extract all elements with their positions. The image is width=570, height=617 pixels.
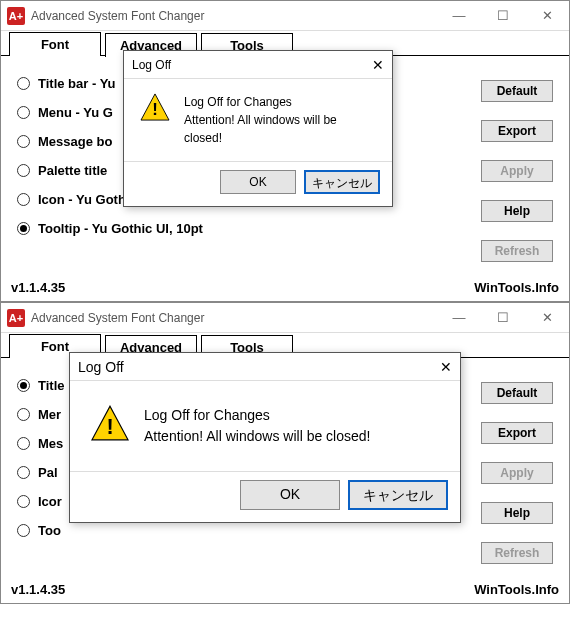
- site-label[interactable]: WinTools.Info: [474, 280, 559, 295]
- option-label: Mer: [38, 407, 61, 422]
- radio-icon: [17, 222, 30, 235]
- ok-button[interactable]: OK: [240, 480, 340, 510]
- help-button[interactable]: Help: [481, 200, 553, 222]
- option-label: Message bo: [38, 134, 112, 149]
- option-label: Too: [38, 523, 61, 538]
- option-tooltip[interactable]: Too: [17, 523, 481, 538]
- dialog-message: Log Off for Changes Attention! All windo…: [144, 405, 370, 447]
- refresh-button: Refresh: [481, 542, 553, 564]
- warning-icon: !: [90, 405, 130, 441]
- ok-button[interactable]: OK: [220, 170, 296, 194]
- site-label[interactable]: WinTools.Info: [474, 582, 559, 597]
- option-label: Title bar - Yu: [38, 76, 116, 91]
- tab-font[interactable]: Font: [9, 32, 101, 56]
- dialog-titlebar[interactable]: Log Off ✕: [70, 353, 460, 381]
- titlebar[interactable]: A+ Advanced System Font Changer — ☐ ✕: [1, 303, 569, 333]
- export-button[interactable]: Export: [481, 422, 553, 444]
- option-label: Title: [38, 378, 65, 393]
- option-label: Icor: [38, 494, 62, 509]
- logoff-dialog: Log Off ✕ ! Log Off for Changes Attentio…: [69, 352, 461, 523]
- window-title: Advanced System Font Changer: [31, 311, 437, 325]
- side-buttons: Default Export Apply Help Refresh: [481, 76, 553, 274]
- option-label: Tooltip - Yu Gothic UI, 10pt: [38, 221, 203, 236]
- option-label: Menu - Yu G: [38, 105, 113, 120]
- side-buttons: Default Export Apply Help Refresh: [481, 378, 553, 576]
- window-title: Advanced System Font Changer: [31, 9, 437, 23]
- default-button[interactable]: Default: [481, 382, 553, 404]
- help-button[interactable]: Help: [481, 502, 553, 524]
- logoff-dialog: Log Off ✕ ! Log Off for Changes Attentio…: [123, 50, 393, 207]
- option-label: Mes: [38, 436, 63, 451]
- minimize-button[interactable]: —: [437, 1, 481, 31]
- radio-icon: [17, 77, 30, 90]
- dialog-line1: Log Off for Changes: [184, 93, 376, 111]
- radio-icon: [17, 193, 30, 206]
- svg-text:!: !: [152, 100, 158, 119]
- dialog-line2: Attention! All windows will be closed!: [144, 426, 370, 447]
- radio-icon: [17, 495, 30, 508]
- svg-text:!: !: [106, 414, 113, 439]
- dialog-title: Log Off: [78, 359, 440, 375]
- version-label: v1.1.4.35: [11, 280, 65, 295]
- app-icon: A+: [7, 7, 25, 25]
- option-label: Palette title: [38, 163, 107, 178]
- app-window-top: A+ Advanced System Font Changer — ☐ ✕ Fo…: [0, 0, 570, 302]
- close-button[interactable]: ✕: [525, 1, 569, 31]
- titlebar[interactable]: A+ Advanced System Font Changer — ☐ ✕: [1, 1, 569, 31]
- radio-icon: [17, 437, 30, 450]
- radio-icon: [17, 524, 30, 537]
- dialog-title: Log Off: [132, 58, 372, 72]
- radio-icon: [17, 466, 30, 479]
- minimize-button[interactable]: —: [437, 303, 481, 333]
- close-button[interactable]: ✕: [525, 303, 569, 333]
- dialog-close-icon[interactable]: ✕: [440, 359, 452, 375]
- dialog-close-icon[interactable]: ✕: [372, 57, 384, 73]
- footer: v1.1.4.35 WinTools.Info: [1, 580, 569, 603]
- radio-icon: [17, 408, 30, 421]
- version-label: v1.1.4.35: [11, 582, 65, 597]
- cancel-button[interactable]: キャンセル: [348, 480, 448, 510]
- radio-icon: [17, 106, 30, 119]
- option-tooltip[interactable]: Tooltip - Yu Gothic UI, 10pt: [17, 221, 481, 236]
- radio-icon: [17, 135, 30, 148]
- dialog-line1: Log Off for Changes: [144, 405, 370, 426]
- dialog-message: Log Off for Changes Attention! All windo…: [184, 93, 376, 147]
- warning-icon: !: [140, 93, 170, 121]
- app-window-bottom: A+ Advanced System Font Changer — ☐ ✕ Fo…: [0, 302, 570, 604]
- radio-icon: [17, 379, 30, 392]
- dialog-titlebar[interactable]: Log Off ✕: [124, 51, 392, 79]
- dialog-line2: Attention! All windows will be closed!: [184, 111, 376, 147]
- maximize-button[interactable]: ☐: [481, 1, 525, 31]
- cancel-button[interactable]: キャンセル: [304, 170, 380, 194]
- option-label: Pal: [38, 465, 58, 480]
- radio-icon: [17, 164, 30, 177]
- footer: v1.1.4.35 WinTools.Info: [1, 278, 569, 301]
- app-icon: A+: [7, 309, 25, 327]
- default-button[interactable]: Default: [481, 80, 553, 102]
- apply-button: Apply: [481, 160, 553, 182]
- apply-button: Apply: [481, 462, 553, 484]
- refresh-button: Refresh: [481, 240, 553, 262]
- export-button[interactable]: Export: [481, 120, 553, 142]
- maximize-button[interactable]: ☐: [481, 303, 525, 333]
